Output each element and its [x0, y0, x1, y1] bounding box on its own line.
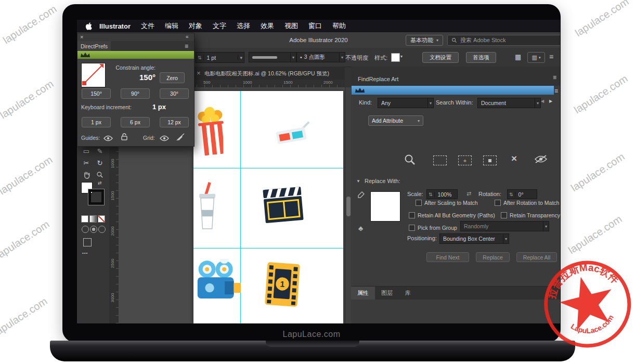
- drink-cup-icon[interactable]: [195, 180, 221, 231]
- findreplace-tab[interactable]: FindReplace Art: [358, 76, 398, 82]
- find-zoom-icon[interactable]: [404, 153, 416, 168]
- replace-with-label[interactable]: Replace With:: [365, 178, 400, 184]
- stroke-weight-stepper[interactable]: ⇅ 1 pt ▾: [196, 52, 244, 63]
- clapperboard-icon[interactable]: [262, 186, 305, 225]
- artboard-tool[interactable]: [83, 238, 92, 246]
- search-within-select[interactable]: Document ▾: [477, 98, 541, 108]
- panel-menu-icon[interactable]: ≡: [185, 43, 188, 50]
- grid-edit-icon[interactable]: [176, 133, 185, 143]
- angle-preset-button[interactable]: 30°: [160, 88, 189, 99]
- panel-collapse-icon[interactable]: «: [186, 34, 189, 40]
- dock-tab-libraries[interactable]: 库: [399, 287, 417, 300]
- hand-tool[interactable]: [81, 170, 92, 180]
- panel-tab[interactable]: DirectPrefs: [77, 41, 111, 51]
- guide-horizontal-2[interactable]: [193, 248, 343, 249]
- after-rotation-checkbox[interactable]: [495, 200, 501, 206]
- select-item-icon[interactable]: [483, 155, 497, 165]
- angle-preset-button[interactable]: 90°: [121, 88, 150, 99]
- panel-menu-icon[interactable]: ≡: [553, 74, 556, 81]
- chevron-down-icon[interactable]: ▾: [400, 54, 403, 59]
- chevron-down-icon[interactable]: ▾: [238, 55, 244, 60]
- swap-fill-stroke-icon[interactable]: ⇄: [98, 180, 102, 186]
- eyedropper-icon[interactable]: [357, 191, 365, 201]
- scissors-tool[interactable]: ✂: [81, 158, 92, 168]
- menu-item-window[interactable]: 窗口: [303, 21, 327, 31]
- dock-tab-properties[interactable]: 属性: [351, 287, 375, 300]
- pick-mode-select[interactable]: Randomly ▾: [460, 221, 549, 231]
- app-name[interactable]: Illustrator: [94, 22, 136, 30]
- prev-match-button[interactable]: ◀: [541, 99, 544, 103]
- guides-lock-icon[interactable]: [121, 133, 127, 142]
- add-attribute-button[interactable]: Add Attribute ▾: [368, 115, 423, 126]
- increment-preset-button[interactable]: 6 px: [121, 117, 150, 127]
- workspace-panel-button[interactable]: ▥ ▾: [527, 52, 545, 63]
- guides-visibility-icon[interactable]: [103, 134, 113, 144]
- kind-select[interactable]: Any ▾: [378, 98, 434, 108]
- style-swatch[interactable]: [391, 53, 400, 62]
- none-button[interactable]: [98, 215, 105, 223]
- draw-normal-button[interactable]: [82, 226, 89, 233]
- opacity-label[interactable]: 不透明度: [345, 54, 368, 62]
- brush-select[interactable]: • 3 点圆形 ▾: [296, 52, 345, 62]
- replace-button[interactable]: Replace: [476, 252, 510, 262]
- draw-inside-button[interactable]: [98, 226, 106, 233]
- scrollbar-thumb[interactable]: [346, 197, 351, 216]
- apple-icon[interactable]: [85, 22, 92, 30]
- replace-art-swatch[interactable]: [370, 191, 400, 222]
- zero-button[interactable]: Zero: [160, 72, 185, 83]
- pick-from-group-checkbox[interactable]: [409, 225, 415, 231]
- menu-item-edit[interactable]: 编辑: [160, 21, 184, 31]
- stock-search-input[interactable]: 搜索 Adobe Stock: [447, 35, 560, 46]
- select-box-icon[interactable]: [433, 155, 447, 165]
- menu-item-type[interactable]: 文字: [208, 21, 231, 31]
- popcorn-icon[interactable]: [192, 104, 231, 159]
- stepper-arrows-icon[interactable]: ⇅: [196, 55, 204, 60]
- after-scaling-checkbox[interactable]: [416, 200, 422, 206]
- menu-item-object[interactable]: 对象: [184, 21, 208, 31]
- disclosure-icon[interactable]: ▼: [356, 179, 360, 184]
- select-add-icon[interactable]: +: [458, 155, 472, 165]
- preferences-button[interactable]: 首选项: [466, 52, 496, 63]
- color-button[interactable]: [81, 215, 88, 223]
- stepper-arrows-icon[interactable]: ⇅: [427, 192, 435, 197]
- shape-tool[interactable]: ▭: [81, 146, 92, 156]
- menu-item-help[interactable]: 帮助: [327, 21, 351, 31]
- panel-close-icon[interactable]: ×: [80, 34, 83, 40]
- grid-visibility-icon[interactable]: [160, 134, 169, 144]
- menu-item-select[interactable]: 选择: [231, 21, 255, 31]
- zoom-tool[interactable]: [94, 170, 106, 180]
- dock-tab-layers[interactable]: 图层: [375, 287, 399, 300]
- movie-camera-icon[interactable]: [195, 259, 242, 304]
- draw-behind-button[interactable]: [90, 226, 97, 233]
- width-profile-select[interactable]: ▾: [249, 52, 296, 62]
- menu-item-file[interactable]: 文件: [136, 21, 160, 31]
- stroke-swatch[interactable]: [88, 189, 104, 205]
- find-next-button[interactable]: Find Next: [426, 252, 469, 262]
- menu-item-view[interactable]: 视图: [279, 21, 303, 31]
- retain-transparency-checkbox[interactable]: [501, 212, 507, 218]
- gradient-button[interactable]: [89, 215, 97, 223]
- arrange-documents-icon[interactable]: ▦: [515, 53, 521, 61]
- retain-geometry-checkbox[interactable]: [409, 212, 415, 218]
- stepper-arrows-icon[interactable]: ⇅: [508, 192, 515, 197]
- menu-item-effect[interactable]: 效果: [255, 21, 279, 31]
- panel-menu-icon[interactable]: ≡: [554, 87, 558, 95]
- film-strip-icon[interactable]: 1: [261, 261, 304, 308]
- rotate-tool[interactable]: ↻: [94, 158, 106, 168]
- hide-icon[interactable]: [534, 155, 548, 165]
- increment-preset-button[interactable]: 12 px: [160, 117, 189, 127]
- increment-preset-button[interactable]: 1 px: [82, 117, 111, 127]
- clear-selection-icon[interactable]: ×: [511, 153, 517, 164]
- next-match-button[interactable]: ▶: [549, 99, 552, 103]
- close-icon[interactable]: ×: [197, 69, 201, 77]
- workspace-switcher-button[interactable]: 基本功能 ▾: [406, 35, 443, 46]
- document-title[interactable]: 电影电影院相关图标.ai @ 10.62% (RGB/GPU 预览): [204, 70, 329, 77]
- positioning-select[interactable]: Bounding Box Center ▾: [439, 233, 509, 244]
- angle-preset-button[interactable]: 150°: [82, 88, 111, 99]
- link-scale-rotation-icon[interactable]: ⇄: [466, 190, 471, 197]
- document-setup-button[interactable]: 文档设置: [422, 52, 459, 63]
- sample-club-icon[interactable]: ♣: [358, 224, 363, 232]
- panel-menu-icon[interactable]: ≡: [549, 53, 553, 61]
- toolbar-overflow-icon[interactable]: •••: [82, 251, 88, 255]
- guide-horizontal-1[interactable]: [193, 168, 343, 168]
